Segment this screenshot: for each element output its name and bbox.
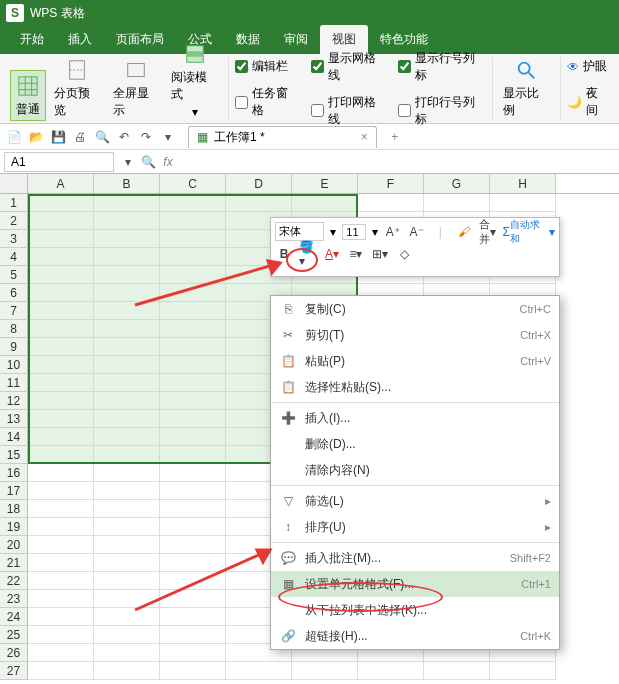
cell[interactable] (28, 374, 94, 392)
cell[interactable] (160, 626, 226, 644)
ctx-delete[interactable]: 删除(D)... (271, 431, 559, 457)
clear-format-icon[interactable]: ◇ (395, 245, 413, 263)
cell[interactable] (94, 212, 160, 230)
font-select[interactable]: 宋体 (275, 222, 324, 241)
row-head[interactable]: 20 (0, 536, 28, 554)
cell[interactable] (94, 428, 160, 446)
tab-start[interactable]: 开始 (8, 25, 56, 54)
cell[interactable] (94, 374, 160, 392)
cell[interactable] (160, 518, 226, 536)
cell[interactable] (160, 464, 226, 482)
cell[interactable] (94, 608, 160, 626)
eyecare-button[interactable]: 👁护眼 (567, 56, 609, 77)
ctx-pastespecial[interactable]: 📋选择性粘贴(S)... (271, 374, 559, 400)
cell[interactable] (424, 662, 490, 680)
cell[interactable] (160, 428, 226, 446)
cell[interactable] (160, 266, 226, 284)
row-head[interactable]: 27 (0, 662, 28, 680)
cell[interactable] (160, 194, 226, 212)
row-head[interactable]: 19 (0, 518, 28, 536)
check-gridlines[interactable]: 显示网格线 (311, 48, 387, 86)
increase-font-icon[interactable]: A⁺ (384, 223, 402, 241)
new-tab-icon[interactable]: + (385, 127, 405, 147)
row-head[interactable]: 26 (0, 644, 28, 662)
name-box-input[interactable] (4, 152, 114, 172)
row-head[interactable]: 22 (0, 572, 28, 590)
cell[interactable] (94, 446, 160, 464)
check-editbar[interactable]: 编辑栏 (235, 56, 299, 77)
cell[interactable] (160, 446, 226, 464)
cell[interactable] (94, 248, 160, 266)
ctx-insert[interactable]: ➕插入(I)... (271, 405, 559, 431)
cell[interactable] (160, 590, 226, 608)
night-button[interactable]: 🌙夜间 (567, 83, 609, 121)
cell[interactable] (28, 320, 94, 338)
cell[interactable] (28, 518, 94, 536)
cell[interactable] (28, 464, 94, 482)
cell[interactable] (160, 608, 226, 626)
ctx-hyperlink[interactable]: 🔗超链接(H)...Ctrl+K (271, 623, 559, 649)
cell[interactable] (94, 194, 160, 212)
cell[interactable] (94, 626, 160, 644)
row-head[interactable]: 1 (0, 194, 28, 212)
font-dd-icon[interactable]: ▾ (330, 225, 336, 239)
row-head[interactable]: 2 (0, 212, 28, 230)
cell[interactable] (160, 356, 226, 374)
fontsize-select[interactable]: 11 (342, 224, 366, 240)
ctx-dropdown[interactable]: 从下拉列表中选择(K)... (271, 597, 559, 623)
cell[interactable] (28, 392, 94, 410)
cell[interactable] (160, 644, 226, 662)
col-head[interactable]: D (226, 174, 292, 193)
cell[interactable] (28, 212, 94, 230)
col-head[interactable]: G (424, 174, 490, 193)
cell[interactable] (160, 572, 226, 590)
cell[interactable] (160, 320, 226, 338)
cell[interactable] (160, 482, 226, 500)
cell[interactable] (358, 662, 424, 680)
ctx-filter[interactable]: ▽筛选(L)▸ (271, 488, 559, 514)
cell[interactable] (94, 590, 160, 608)
view-fullscreen-button[interactable]: 全屏显示 (109, 55, 164, 121)
ctx-clear[interactable]: 清除内容(N) (271, 457, 559, 483)
row-head[interactable]: 25 (0, 626, 28, 644)
cell[interactable] (94, 392, 160, 410)
cell[interactable] (28, 194, 94, 212)
cell[interactable] (160, 392, 226, 410)
row-head[interactable]: 23 (0, 590, 28, 608)
row-head[interactable]: 18 (0, 500, 28, 518)
qat-preview-icon[interactable]: 🔍 (92, 127, 112, 147)
cell[interactable] (94, 302, 160, 320)
row-head[interactable]: 5 (0, 266, 28, 284)
fill-color-icon[interactable]: 🪣▾ (299, 245, 317, 263)
col-head[interactable]: H (490, 174, 556, 193)
row-head[interactable]: 16 (0, 464, 28, 482)
cell[interactable] (28, 608, 94, 626)
format-painter-icon[interactable]: 🖌 (455, 223, 473, 241)
cell[interactable] (94, 500, 160, 518)
cell[interactable] (160, 302, 226, 320)
cell[interactable] (28, 644, 94, 662)
workbook-tab[interactable]: ▦ 工作簿1 * × (188, 126, 377, 148)
cell[interactable] (160, 230, 226, 248)
cell[interactable] (94, 338, 160, 356)
col-head[interactable]: A (28, 174, 94, 193)
qat-open-icon[interactable]: 📂 (26, 127, 46, 147)
cell[interactable] (28, 536, 94, 554)
cell[interactable] (94, 662, 160, 680)
cell[interactable] (160, 338, 226, 356)
view-readmode-button[interactable]: 阅读模式▾ (167, 39, 222, 121)
zoom-button[interactable]: 显示比例 (499, 55, 554, 121)
ctx-paste[interactable]: 📋粘贴(P)Ctrl+V (271, 348, 559, 374)
merge-button[interactable]: 合并▾ (479, 223, 497, 241)
row-head[interactable]: 3 (0, 230, 28, 248)
check-printhead[interactable]: 打印行号列标 (398, 92, 485, 130)
row-head[interactable]: 7 (0, 302, 28, 320)
autosum-button[interactable]: Σ自动求和▾ (502, 223, 555, 241)
row-head[interactable]: 9 (0, 338, 28, 356)
cell[interactable] (28, 500, 94, 518)
ctx-copy[interactable]: ⎘复制(C)Ctrl+C (271, 296, 559, 322)
bold-icon[interactable]: B (275, 245, 293, 263)
qat-more-icon[interactable]: ▾ (158, 127, 178, 147)
cell[interactable] (160, 248, 226, 266)
cell[interactable] (28, 284, 94, 302)
